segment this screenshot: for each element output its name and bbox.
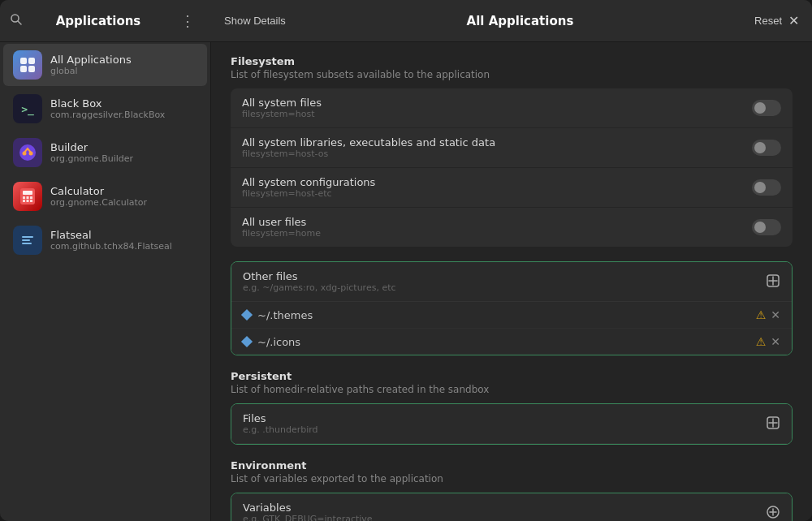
persistent-section: Persistent List of homedir-relative path… [231, 370, 793, 445]
variables-header: Variables e.g. GTK_DEBUG=interactive [231, 493, 792, 521]
sidebar-item-id-builder: org.gnome.Builder [50, 153, 133, 164]
sidebar-item-flatseal[interactable]: Flatseal com.github.tchx84.Flatseal [3, 219, 207, 261]
sidebar-item-name-builder: Builder [50, 141, 133, 153]
toggle-user-files[interactable] [752, 219, 781, 235]
perm-name-user-files: All user files [242, 216, 321, 228]
svg-rect-20 [22, 243, 32, 244]
perm-sub-system-config: filesystem=host-etc [242, 188, 375, 199]
svg-line-1 [18, 21, 21, 24]
perm-name-system-libs: All system libraries, executables and st… [242, 136, 495, 149]
svg-rect-2 [20, 58, 27, 64]
other-files-info: Other files e.g. ~/games:ro, xdg-picture… [243, 270, 396, 293]
files-header: Files e.g. .thunderbird [231, 404, 792, 444]
perm-row-system-config: All system configurations filesystem=hos… [231, 168, 793, 208]
perm-row-system-files: All system files filesystem=host [231, 88, 793, 128]
sidebar: All Applications global >_ Black Box com… [0, 42, 211, 521]
icons-path: ~/.icons [257, 336, 300, 348]
sidebar-title: Applications [29, 14, 167, 28]
svg-rect-10 [23, 191, 32, 195]
sidebar-item-text-blackbox: Black Box com.raggesilver.BlackBox [50, 97, 165, 120]
filesystem-section: Filesystem List of filesystem subsets av… [231, 55, 793, 247]
svg-rect-4 [20, 66, 27, 72]
file-row-actions-icons: ⚠ ✕ [756, 335, 780, 348]
svg-point-7 [23, 152, 27, 156]
svg-rect-11 [23, 196, 25, 199]
variables-sub: e.g. GTK_DEBUG=interactive [243, 514, 373, 521]
main-title: All Applications [286, 14, 754, 28]
perm-sub-user-files: filesystem=home [242, 228, 321, 239]
app-window: Applications ⋮ Show Details All Applicat… [0, 0, 812, 521]
builder-icon [13, 138, 42, 167]
other-files-name: Other files [243, 270, 396, 282]
sidebar-item-all-apps[interactable]: All Applications global [3, 44, 207, 86]
sidebar-item-id-all-apps: global [50, 66, 132, 76]
flatseal-icon [13, 226, 42, 255]
svg-rect-14 [23, 200, 25, 202]
themes-warning-icon: ⚠ [756, 308, 767, 321]
sidebar-item-id-flatseal: com.github.tchx84.Flatseal [50, 241, 172, 252]
sidebar-item-blackbox[interactable]: >_ Black Box com.raggesilver.BlackBox [3, 88, 207, 130]
file-row-left-themes: ~/.themes [243, 309, 313, 321]
menu-button[interactable]: ⋮ [174, 9, 201, 33]
header: Applications ⋮ Show Details All Applicat… [0, 0, 812, 42]
sidebar-item-text-calculator: Calculator org.gnome.Calculator [50, 185, 147, 208]
close-button[interactable]: ✕ [788, 15, 799, 28]
svg-point-6 [19, 144, 36, 161]
svg-rect-12 [27, 196, 29, 199]
perm-info-system-libs: All system libraries, executables and st… [242, 136, 495, 159]
variables-info: Variables e.g. GTK_DEBUG=interactive [243, 502, 373, 521]
persistent-desc: List of homedir-relative paths created i… [231, 384, 793, 395]
themes-path: ~/.themes [257, 309, 313, 321]
main-content: All Applications global >_ Black Box com… [0, 42, 812, 521]
file-row-actions-themes: ⚠ ✕ [756, 308, 780, 321]
environment-section: Environment List of variables exported t… [231, 459, 793, 521]
icons-warning-icon: ⚠ [756, 335, 767, 348]
files-add-button[interactable] [766, 416, 780, 433]
reset-button[interactable]: Reset [754, 15, 782, 27]
sidebar-item-builder[interactable]: Builder org.gnome.Builder [3, 131, 207, 174]
variables-add-button[interactable] [766, 505, 780, 522]
sidebar-item-name-calculator: Calculator [50, 185, 147, 197]
perm-row-system-libs: All system libraries, executables and st… [231, 128, 793, 168]
other-files-header: Other files e.g. ~/games:ro, xdg-picture… [231, 262, 792, 302]
other-files-add-button[interactable] [766, 273, 780, 291]
calculator-icon [13, 182, 42, 211]
sidebar-item-id-calculator: org.gnome.Calculator [50, 197, 147, 208]
other-files-sub: e.g. ~/games:ro, xdg-pictures, etc [243, 282, 396, 293]
sidebar-item-text-all-apps: All Applications global [50, 54, 132, 76]
file-row-icons: ~/.icons ⚠ ✕ [231, 329, 792, 355]
svg-point-8 [29, 152, 33, 156]
environment-title: Environment [231, 459, 793, 471]
header-center: Show Details All Applications Reset ✕ [211, 14, 812, 28]
files-info: Files e.g. .thunderbird [243, 412, 318, 435]
svg-rect-16 [30, 200, 32, 202]
variables-card: Variables e.g. GTK_DEBUG=interactive [231, 493, 793, 521]
files-card: Files e.g. .thunderbird [231, 403, 793, 445]
header-left: Applications ⋮ [0, 9, 211, 33]
perm-sub-system-libs: filesystem=host-os [242, 149, 495, 159]
perm-info-system-files: All system files filesystem=host [242, 97, 322, 119]
persistent-title: Persistent [231, 370, 793, 382]
svg-rect-5 [28, 66, 35, 72]
perm-info-user-files: All user files filesystem=home [242, 216, 321, 239]
sidebar-item-text-builder: Builder org.gnome.Builder [50, 141, 133, 164]
icons-remove-icon[interactable]: ✕ [771, 335, 780, 348]
svg-rect-19 [22, 239, 30, 241]
icons-diamond-icon [241, 336, 253, 347]
themes-remove-icon[interactable]: ✕ [771, 308, 780, 321]
svg-rect-15 [27, 200, 29, 202]
variables-name: Variables [243, 502, 373, 514]
sidebar-item-text-flatseal: Flatseal com.github.tchx84.Flatseal [50, 229, 172, 252]
files-name: Files [243, 412, 318, 424]
other-files-section: Other files e.g. ~/games:ro, xdg-picture… [231, 261, 793, 355]
search-icon[interactable] [10, 13, 23, 29]
toggle-system-config[interactable] [752, 179, 781, 196]
sidebar-item-calculator[interactable]: Calculator org.gnome.Calculator [3, 175, 207, 217]
filesystem-permissions-card: All system files filesystem=host All sys… [231, 88, 793, 247]
toggle-system-files[interactable] [752, 100, 781, 116]
sidebar-item-id-blackbox: com.raggesilver.BlackBox [50, 110, 165, 120]
show-details-button[interactable]: Show Details [224, 15, 286, 27]
toggle-system-libs[interactable] [752, 140, 781, 156]
files-sub: e.g. .thunderbird [243, 424, 318, 435]
filesystem-desc: List of filesystem subsets available to … [231, 69, 793, 80]
